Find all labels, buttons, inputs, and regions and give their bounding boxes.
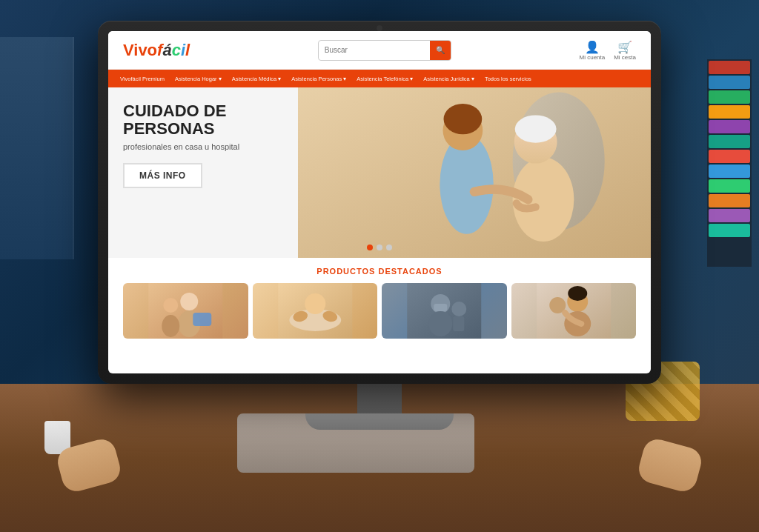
hero-section: CUIDADO DE PERSONAS profesionales en cas… <box>108 87 651 258</box>
nav-item-telefonica[interactable]: Asistencia Telefónica ▾ <box>352 70 417 87</box>
svg-point-4 <box>515 115 557 142</box>
product-image-4 <box>511 283 637 339</box>
carousel-dot-3[interactable] <box>386 245 392 250</box>
book-10 <box>709 194 750 207</box>
nav-item-premium[interactable]: Vivofácil Premium <box>116 70 169 87</box>
svg-rect-13 <box>193 313 211 326</box>
hero-background-image <box>298 87 651 258</box>
header-actions: 👤 Mi cuenta 🛒 Mi cesta <box>580 40 636 61</box>
site-logo[interactable]: Vivofácil <box>123 42 190 59</box>
book-1 <box>709 61 750 74</box>
svg-point-28 <box>568 286 587 301</box>
webcam-dot <box>377 25 382 31</box>
monitor-stand-base <box>305 413 454 430</box>
account-button[interactable]: 👤 Mi cuenta <box>580 40 606 61</box>
carousel-dots <box>367 245 392 250</box>
carousel-dot-2[interactable] <box>377 245 382 250</box>
user-icon: 👤 <box>585 40 600 54</box>
products-section: PRODUCTOS DESTACADOS <box>108 258 651 348</box>
svg-point-21 <box>428 311 452 336</box>
hero-title: CUIDADO DE PERSONAS <box>123 102 239 138</box>
svg-point-23 <box>451 302 466 316</box>
book-4 <box>709 105 750 119</box>
monitor: Vivofácil 🔍 👤 Mi cuenta 🛒 <box>98 21 661 436</box>
svg-point-7 <box>444 104 483 134</box>
book-3 <box>709 90 750 104</box>
product-card-3[interactable] <box>382 283 507 339</box>
svg-rect-24 <box>453 316 464 331</box>
product-card-4[interactable] <box>511 283 637 339</box>
monitor-body: Vivofácil 🔍 👤 Mi cuenta 🛒 <box>98 21 661 384</box>
hero-illustration <box>298 87 651 258</box>
product-image-3 <box>382 283 507 339</box>
search-bar: 🔍 <box>318 40 451 61</box>
book-8 <box>709 164 750 178</box>
logo-vivo: Vivo <box>123 41 157 59</box>
product-image-1 <box>123 283 248 339</box>
cart-label: Mi cesta <box>614 54 636 61</box>
book-12 <box>709 224 750 237</box>
account-label: Mi cuenta <box>580 54 606 61</box>
monitor-screen: Vivofácil 🔍 👤 Mi cuenta 🛒 <box>108 31 651 373</box>
book-11 <box>709 209 750 222</box>
cart-icon: 🛒 <box>617 40 632 54</box>
book-7 <box>709 150 750 163</box>
hero-subtitle: profesionales en casa u hospital <box>123 142 239 151</box>
bookshelf <box>707 59 752 267</box>
svg-point-16 <box>305 293 325 314</box>
search-icon: 🔍 <box>436 46 445 54</box>
product-card-2[interactable] <box>253 283 378 339</box>
nav-item-todos[interactable]: Todos los servicios <box>480 70 536 87</box>
product-image-2 <box>253 283 378 339</box>
main-navigation: Vivofácil Premium Asistencia Hogar ▾ Asi… <box>108 70 651 87</box>
product-card-1[interactable] <box>123 283 248 339</box>
book-2 <box>709 76 750 89</box>
products-section-title: PRODUCTOS DESTACADOS <box>123 267 636 276</box>
logo-facil: fácil <box>157 41 190 59</box>
search-button[interactable]: 🔍 <box>430 40 451 61</box>
nav-item-medica[interactable]: Asistencia Médica ▾ <box>228 70 286 87</box>
hero-title-line1: CUIDADO DE <box>123 102 226 120</box>
cart-button[interactable]: 🛒 Mi cesta <box>614 40 636 61</box>
book-6 <box>709 135 750 148</box>
svg-point-11 <box>163 298 178 313</box>
book-5 <box>709 120 750 133</box>
mas-info-button[interactable]: MÁS INFO <box>123 163 202 188</box>
svg-rect-22 <box>434 304 447 311</box>
products-grid <box>123 283 636 339</box>
nav-item-personas[interactable]: Asistencia Personas ▾ <box>287 70 351 87</box>
carousel-dot-1[interactable] <box>367 245 373 250</box>
nav-item-hogar[interactable]: Asistencia Hogar ▾ <box>170 70 226 87</box>
hero-content: CUIDADO DE PERSONAS profesionales en cas… <box>123 102 239 188</box>
book-9 <box>709 179 750 193</box>
hero-title-line2: PERSONAS <box>123 119 214 138</box>
left-wall-area <box>0 37 74 259</box>
svg-point-9 <box>180 293 198 310</box>
svg-point-12 <box>162 315 179 337</box>
nav-item-juridica[interactable]: Asistencia Jurídica ▾ <box>419 70 479 87</box>
site-header: Vivofácil 🔍 👤 Mi cuenta 🛒 <box>108 31 651 70</box>
search-input[interactable] <box>319 46 430 54</box>
monitor-stand-neck <box>357 384 402 413</box>
